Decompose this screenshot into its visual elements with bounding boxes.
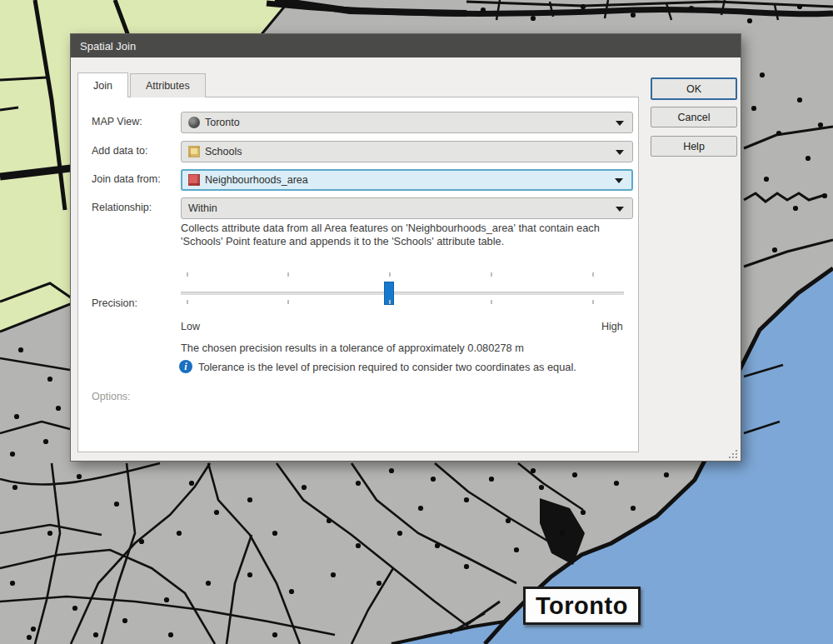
map-label-toronto: Toronto	[523, 587, 641, 625]
add-data-to-label: Add data to:	[92, 145, 147, 157]
chevron-down-icon	[615, 178, 623, 183]
dialog-titlebar[interactable]: Spatial Join	[71, 34, 741, 57]
chevron-down-icon	[616, 207, 624, 212]
tolerance-info-text: Tolerance is the level of precision requ…	[198, 361, 576, 373]
dialog-title: Spatial Join	[80, 40, 136, 52]
area-layer-icon	[188, 174, 200, 186]
cancel-button[interactable]: Cancel	[651, 107, 737, 127]
tab-strip: Join Attributes	[77, 73, 207, 98]
info-icon: i	[179, 360, 192, 373]
globe-icon	[188, 117, 200, 128]
options-label: Options:	[92, 391, 131, 402]
join-description-text: Collects attribute data from all Area fe…	[181, 222, 641, 249]
precision-label: Precision:	[92, 297, 137, 309]
relationship-combobox[interactable]: Within	[181, 197, 633, 219]
join-data-from-value: Neighbourhoods_area	[205, 174, 308, 186]
precision-slider-track[interactable]	[181, 292, 624, 295]
precision-slider[interactable]	[181, 268, 624, 310]
point-layer-icon	[188, 146, 200, 157]
relationship-label: Relationship:	[92, 202, 152, 213]
precision-high-label: High	[601, 321, 623, 332]
add-data-to-value: Schools	[205, 146, 242, 157]
add-data-to-combobox[interactable]: Schools	[181, 141, 633, 162]
tolerance-info-row: i Tolerance is the level of precision re…	[179, 360, 576, 373]
map-view-label: MAP View:	[92, 116, 142, 127]
tab-join[interactable]: Join	[77, 72, 128, 97]
tolerance-text: The chosen precision results in a tolera…	[181, 342, 524, 354]
chevron-down-icon	[616, 150, 624, 155]
map-view-combobox[interactable]: Toronto	[181, 112, 633, 133]
tab-attributes[interactable]: Attributes	[130, 73, 206, 97]
map-view-value: Toronto	[205, 117, 240, 128]
relationship-value: Within	[188, 202, 217, 214]
resize-grip[interactable]	[726, 447, 737, 458]
help-button[interactable]: Help	[651, 136, 737, 157]
chevron-down-icon	[616, 121, 624, 126]
join-tab-panel: MAP View: Toronto Add data to: Schools J…	[77, 97, 639, 452]
join-data-from-combobox[interactable]: Neighbourhoods_area	[181, 169, 633, 191]
precision-low-label: Low	[181, 321, 200, 332]
join-data-from-label: Join data from:	[92, 173, 161, 185]
spatial-join-dialog: Spatial Join Join Attributes MAP View: T…	[70, 33, 741, 462]
ok-button[interactable]: OK	[651, 77, 737, 100]
